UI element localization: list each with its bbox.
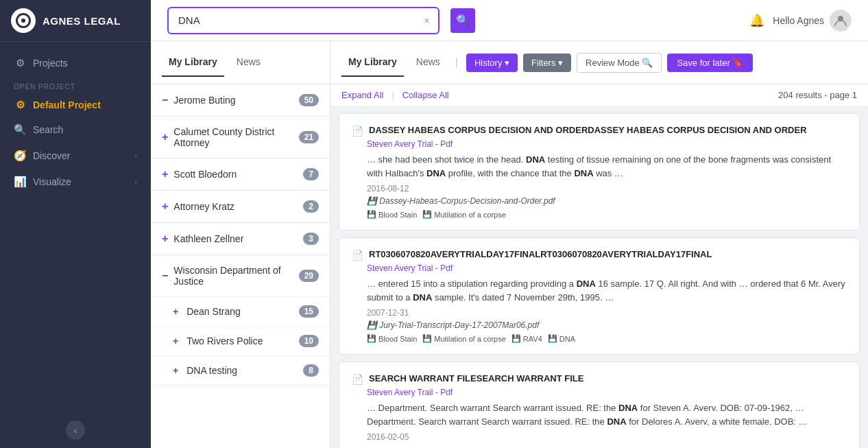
search-input[interactable] bbox=[174, 14, 421, 26]
collapse-all-button[interactable]: Collapse All bbox=[402, 90, 449, 100]
save-for-later-label: Save for later 🔖 bbox=[677, 58, 743, 68]
expand-all-button[interactable]: Expand All bbox=[341, 90, 383, 100]
search-clear-button[interactable]: × bbox=[421, 15, 432, 26]
sidebar-item-search[interactable]: 🔍 Search bbox=[0, 117, 151, 143]
result-source-3[interactable]: Steven Avery Trail - Pdf bbox=[367, 388, 847, 397]
sidebar-collapse-area: ‹ bbox=[0, 412, 151, 448]
result-source-1[interactable]: Steven Avery Trial - Pdf bbox=[367, 139, 847, 149]
tag-mutilation[interactable]: 💾 Mutilation of a corpse bbox=[422, 210, 506, 219]
document-icon: 📄 bbox=[352, 250, 363, 261]
visualize-icon: 📊 bbox=[14, 176, 26, 188]
save-for-later-button[interactable]: Save for later 🔖 bbox=[667, 54, 753, 72]
discover-icon: 🧭 bbox=[14, 150, 26, 162]
section-jerome-buting-header[interactable]: − Jerome Buting 50 bbox=[151, 84, 330, 116]
tag-icon: 💾 bbox=[422, 334, 432, 343]
left-panel-tabs: My Library News bbox=[151, 41, 330, 84]
tab-my-library[interactable]: My Library bbox=[162, 48, 224, 77]
user-menu[interactable]: Hello Agnes bbox=[773, 10, 852, 32]
result-title-text[interactable]: SEARCH WARRANT FILESEARCH WARRANT FILE bbox=[369, 373, 583, 384]
result-date-1: 2016-08-12 bbox=[367, 184, 847, 193]
subitem-expand-icon: + bbox=[173, 365, 178, 376]
expand-icon: + bbox=[162, 200, 168, 213]
subitem-two-rivers-police[interactable]: + Two Rivers Police 10 bbox=[151, 326, 330, 355]
section-jerome-buting: − Jerome Buting 50 bbox=[151, 84, 330, 117]
visualize-arrow-icon: › bbox=[134, 178, 137, 186]
history-label: History ▾ bbox=[474, 58, 509, 68]
tag-blood-stain[interactable]: 💾 Blood Stain bbox=[367, 334, 417, 343]
sidebar-nav: ⚙ Projects OPEN PROJECT ⚙ Default Projec… bbox=[0, 42, 151, 203]
review-mode-button[interactable]: Review Mode 🔍 bbox=[577, 53, 662, 73]
tab-separator: | bbox=[455, 56, 458, 69]
section-kathleen-zellner-header[interactable]: + Kathleen Zellner 3 bbox=[151, 223, 330, 255]
section-name: Jerome Buting bbox=[173, 95, 235, 106]
sidebar-logo: AGNES LEGAL bbox=[0, 0, 151, 42]
tag-icon: 💾 bbox=[367, 334, 376, 343]
section-name: Scott Bloedorn bbox=[173, 169, 237, 180]
notification-bell-icon[interactable]: 🔔 bbox=[749, 13, 764, 28]
expand-icon: + bbox=[162, 131, 168, 143]
sidebar-item-visualize[interactable]: 📊 Visualize › bbox=[0, 169, 151, 195]
section-count-badge: 7 bbox=[303, 168, 319, 180]
tab-right-my-library[interactable]: My Library bbox=[341, 48, 404, 77]
section-count-badge: 21 bbox=[299, 131, 319, 143]
section-name: Wisconsin Department of Justice bbox=[173, 265, 298, 287]
section-calumet-county: + Calumet County District Attorney 21 bbox=[151, 117, 330, 158]
section-kathleen-zellner: + Kathleen Zellner 3 bbox=[151, 223, 330, 255]
filters-label: Filters ▾ bbox=[531, 58, 563, 68]
result-snippet-3: … Department. Search warrant Search warr… bbox=[367, 401, 847, 428]
section-wisconsin-doj-header[interactable]: − Wisconsin Department of Justice 29 bbox=[151, 255, 330, 296]
search-box: × bbox=[167, 7, 439, 34]
projects-icon: ⚙ bbox=[14, 57, 26, 69]
user-greeting: Hello Agnes bbox=[773, 15, 824, 26]
search-submit-icon: 🔍 bbox=[456, 14, 470, 27]
section-count-badge: 2 bbox=[303, 200, 319, 213]
tab-news[interactable]: News bbox=[230, 48, 267, 77]
expand-icon: + bbox=[162, 233, 168, 245]
result-snippet-2: … entered 15 into a stipulation regardin… bbox=[367, 277, 847, 304]
tag-rav4[interactable]: 💾 RAV4 bbox=[511, 334, 542, 343]
subitem-dna-testing[interactable]: + DNA testing 8 bbox=[151, 355, 330, 385]
section-scott-bloedorn-header[interactable]: + Scott Bloedorn 7 bbox=[151, 158, 330, 190]
sidebar: AGNES LEGAL ⚙ Projects OPEN PROJECT ⚙ De… bbox=[0, 0, 151, 448]
sidebar-collapse-button[interactable]: ‹ bbox=[66, 421, 85, 440]
filters-button[interactable]: Filters ▾ bbox=[523, 54, 571, 72]
section-calumet-county-header[interactable]: + Calumet County District Attorney 21 bbox=[151, 117, 330, 158]
subitem-count-badge: 15 bbox=[299, 305, 319, 318]
section-count-badge: 50 bbox=[299, 94, 319, 106]
section-attorney-kratz-header[interactable]: + Attorney Kratz 2 bbox=[151, 191, 330, 222]
tag-mutilation[interactable]: 💾 Mutilation of a corpse bbox=[422, 334, 506, 343]
result-date-2: 2007-12-31 bbox=[367, 308, 847, 318]
toolbar-separator: | bbox=[391, 90, 394, 100]
sidebar-item-projects[interactable]: ⚙ Projects bbox=[0, 50, 151, 76]
result-title-text[interactable]: RT0306070820AVERYTRIALDAY17FINALRT030607… bbox=[369, 249, 712, 259]
section-name: Kathleen Zellner bbox=[173, 233, 243, 244]
search-nav-icon: 🔍 bbox=[14, 123, 26, 136]
tab-right-news[interactable]: News bbox=[409, 48, 447, 77]
subitem-dean-strang[interactable]: + Dean Strang 15 bbox=[151, 296, 330, 326]
content-area: My Library News − Jerome Buting 50 + bbox=[151, 41, 868, 448]
result-title-2: 📄 RT0306070820AVERYTRIALDAY17FINALRT0306… bbox=[352, 249, 847, 261]
history-button[interactable]: History ▾ bbox=[466, 54, 518, 72]
tag-icon: 💾 bbox=[367, 210, 376, 219]
default-project-label: Default Project bbox=[33, 99, 101, 110]
result-tags-1: 💾 Blood Stain 💾 Mutilation of a corpse bbox=[367, 210, 847, 219]
search-submit-button[interactable]: 🔍 bbox=[450, 8, 475, 33]
section-scott-bloedorn: + Scott Bloedorn 7 bbox=[151, 158, 330, 191]
result-tags-2: 💾 Blood Stain 💾 Mutilation of a corpse 💾… bbox=[367, 334, 847, 343]
results-info: 204 results - page 1 bbox=[778, 90, 857, 100]
subitem-count-badge: 8 bbox=[303, 364, 319, 377]
tag-icon: 💾 bbox=[422, 210, 432, 219]
section-count-badge: 3 bbox=[303, 233, 319, 245]
sidebar-item-projects-label: Projects bbox=[33, 58, 68, 69]
tag-blood-stain[interactable]: 💾 Blood Stain bbox=[367, 210, 417, 219]
open-project-label: OPEN PROJECT bbox=[0, 76, 151, 93]
sidebar-default-project[interactable]: ⚙ Default Project bbox=[0, 93, 151, 117]
result-card-3: 📄 SEARCH WARRANT FILESEARCH WARRANT FILE… bbox=[339, 362, 860, 448]
sidebar-item-discover[interactable]: 🧭 Discover › bbox=[0, 143, 151, 169]
sidebar-item-discover-label: Discover bbox=[33, 150, 70, 161]
project-gear-icon: ⚙ bbox=[14, 99, 26, 111]
avatar bbox=[830, 10, 852, 32]
tag-dna[interactable]: 💾 DNA bbox=[548, 334, 575, 343]
result-title-text[interactable]: DASSEY HABEAS CORPUS DECISION AND ORDERD… bbox=[369, 125, 807, 135]
result-source-2[interactable]: Steven Avery Trial - Pdf bbox=[367, 263, 847, 273]
